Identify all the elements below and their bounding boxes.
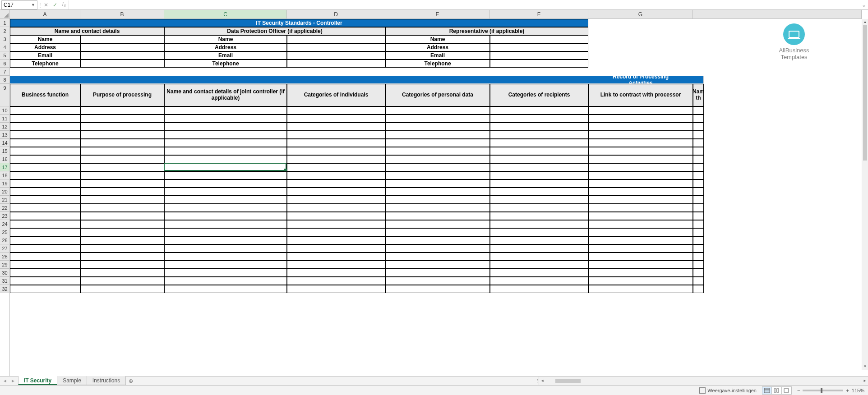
- cell[interactable]: [164, 269, 287, 277]
- sheet-tab[interactable]: IT Security: [18, 376, 57, 385]
- row-header[interactable]: 32: [0, 285, 9, 293]
- cell[interactable]: [10, 244, 80, 253]
- cell[interactable]: [164, 244, 287, 253]
- zoom-in-icon[interactable]: +: [846, 388, 849, 393]
- cell[interactable]: [164, 155, 287, 163]
- cell[interactable]: [10, 204, 80, 212]
- cell[interactable]: [490, 171, 588, 179]
- cell[interactable]: [385, 228, 490, 236]
- cell[interactable]: Name: [10, 35, 80, 43]
- cell[interactable]: [287, 228, 385, 236]
- cell[interactable]: [10, 269, 80, 277]
- cell[interactable]: [490, 163, 588, 171]
- cell[interactable]: [588, 43, 693, 51]
- cell[interactable]: [588, 139, 693, 147]
- zoom-control[interactable]: − + 115%: [797, 388, 864, 393]
- cell[interactable]: [385, 139, 490, 147]
- cell[interactable]: [490, 269, 588, 277]
- cell[interactable]: [693, 171, 704, 179]
- cell[interactable]: [287, 212, 385, 220]
- cell[interactable]: [490, 244, 588, 253]
- cell[interactable]: [490, 106, 588, 115]
- cell[interactable]: Email: [164, 51, 287, 60]
- cell[interactable]: [490, 228, 588, 236]
- fx-icon[interactable]: fx: [60, 0, 69, 9]
- cell[interactable]: [385, 115, 490, 123]
- row-header[interactable]: 5: [0, 51, 9, 60]
- cell[interactable]: [385, 163, 490, 171]
- cell[interactable]: [490, 68, 588, 76]
- cell[interactable]: [164, 236, 287, 244]
- cell[interactable]: [287, 106, 385, 115]
- cell[interactable]: [490, 253, 588, 261]
- row-header[interactable]: 22: [0, 204, 9, 212]
- cell[interactable]: [10, 163, 80, 171]
- row-header[interactable]: 27: [0, 244, 9, 253]
- cell[interactable]: [588, 188, 693, 196]
- cell[interactable]: [385, 253, 490, 261]
- cell[interactable]: [385, 212, 490, 220]
- cell[interactable]: [80, 220, 164, 228]
- cell[interactable]: [385, 244, 490, 253]
- cell[interactable]: [10, 196, 80, 204]
- cell[interactable]: [80, 253, 164, 261]
- column-header[interactable]: C: [164, 10, 287, 18]
- row-header[interactable]: 26: [0, 236, 9, 244]
- cell[interactable]: [10, 106, 80, 115]
- cell[interactable]: [80, 115, 164, 123]
- cell[interactable]: [588, 155, 693, 163]
- cell[interactable]: [693, 123, 704, 131]
- cell[interactable]: [588, 261, 693, 269]
- cell[interactable]: [80, 244, 164, 253]
- cell[interactable]: [385, 285, 490, 293]
- cell[interactable]: [693, 253, 704, 261]
- cell[interactable]: [80, 285, 164, 293]
- cell[interactable]: Name: [164, 35, 287, 43]
- cell[interactable]: [385, 123, 490, 131]
- cell[interactable]: [80, 188, 164, 196]
- cell[interactable]: [490, 220, 588, 228]
- row-header[interactable]: 11: [0, 115, 9, 123]
- cell[interactable]: [10, 115, 80, 123]
- cell[interactable]: [287, 277, 385, 285]
- cell[interactable]: [693, 212, 704, 220]
- cell[interactable]: [164, 212, 287, 220]
- cell[interactable]: [80, 236, 164, 244]
- cell[interactable]: [490, 277, 588, 285]
- cell[interactable]: [588, 35, 693, 43]
- cell[interactable]: [80, 155, 164, 163]
- cell[interactable]: [287, 253, 385, 261]
- cell[interactable]: [490, 261, 588, 269]
- cell[interactable]: [693, 163, 704, 171]
- cell[interactable]: [693, 204, 704, 212]
- row-header[interactable]: 16: [0, 155, 9, 163]
- cell[interactable]: [10, 277, 80, 285]
- cell[interactable]: [10, 261, 80, 269]
- row-header[interactable]: 4: [0, 43, 9, 51]
- cell[interactable]: [164, 204, 287, 212]
- cell[interactable]: [588, 277, 693, 285]
- cell[interactable]: [693, 188, 704, 196]
- cell[interactable]: [490, 123, 588, 131]
- row-header[interactable]: 30: [0, 269, 9, 277]
- cell[interactable]: [385, 236, 490, 244]
- cell[interactable]: [164, 106, 287, 115]
- row-header[interactable]: 21: [0, 196, 9, 204]
- cell[interactable]: Categories of recipients: [490, 84, 588, 106]
- cell[interactable]: [80, 179, 164, 188]
- cell[interactable]: [164, 139, 287, 147]
- cancel-icon[interactable]: ✕: [42, 0, 51, 9]
- zoom-out-icon[interactable]: −: [797, 388, 800, 393]
- scroll-right-icon[interactable]: ►: [862, 379, 868, 383]
- view-page-break-button[interactable]: [782, 386, 792, 395]
- cell[interactable]: [693, 196, 704, 204]
- formula-expand-icon[interactable]: ⌄: [860, 2, 868, 8]
- cell[interactable]: [693, 147, 704, 155]
- row-header[interactable]: 15: [0, 147, 9, 155]
- zoom-slider-knob[interactable]: [821, 388, 822, 393]
- cell[interactable]: [287, 147, 385, 155]
- column-header[interactable]: B: [80, 10, 164, 18]
- cell[interactable]: [287, 236, 385, 244]
- cell[interactable]: [385, 188, 490, 196]
- cell[interactable]: [588, 196, 693, 204]
